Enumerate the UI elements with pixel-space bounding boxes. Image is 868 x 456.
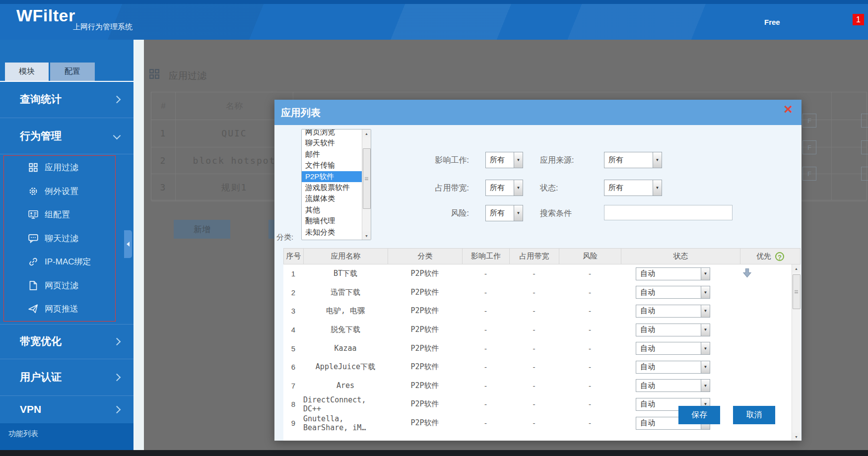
scrollbar-thumb[interactable]	[363, 148, 371, 209]
chevron-down-icon[interactable]	[653, 152, 662, 168]
table-row: 4 脱兔下载 P2P软件 - - - 自动	[283, 321, 792, 339]
category-label: 分类:	[276, 233, 300, 242]
listbox-scrollbar[interactable]	[362, 130, 371, 240]
impact-select[interactable]: 所有	[485, 152, 523, 168]
switch-box: F	[802, 167, 816, 181]
chevron-down-icon[interactable]	[514, 205, 523, 221]
sidebar-item-ip-mac-binding[interactable]: IP-MAC绑定	[4, 250, 115, 274]
status-filter-select[interactable]: 所有	[604, 180, 662, 196]
scrollbar-thumb[interactable]	[793, 274, 801, 309]
search-label: 搜索条件	[540, 208, 572, 219]
sidebar-item-chat-filter[interactable]: 聊天过滤	[4, 227, 115, 251]
edit-icon	[861, 140, 868, 154]
source-select[interactable]: 所有	[604, 152, 662, 168]
sidebar-collapse-handle[interactable]	[124, 230, 132, 258]
sidebar-item-query-stats[interactable]: 查询统计	[0, 81, 134, 118]
column-header: 应用名称	[304, 249, 388, 264]
scroll-up-icon[interactable]	[362, 130, 371, 137]
notification-badge[interactable]: 1	[853, 14, 864, 25]
scroll-down-icon[interactable]	[362, 232, 371, 240]
sidebar-item-bandwidth[interactable]: 带宽优化	[0, 324, 134, 359]
column-header: 风险	[559, 249, 621, 264]
category-option[interactable]: 游戏股票软件	[302, 182, 371, 193]
table-scrollbar[interactable]	[792, 264, 801, 441]
scroll-down-icon[interactable]	[792, 433, 801, 441]
status-select[interactable]: 自动	[636, 361, 710, 374]
sidebar-item-web-filter[interactable]: 网页过滤	[4, 274, 115, 298]
chevron-down-icon[interactable]	[701, 268, 710, 280]
chat-bubble-icon	[28, 233, 39, 243]
category-option[interactable]: 文件传输	[302, 160, 371, 171]
sidebar-item-exception-settings[interactable]: 例外设置	[4, 180, 115, 203]
chevron-right-icon	[113, 95, 121, 103]
chevron-down-icon[interactable]	[653, 180, 662, 195]
status-label: 状态:	[540, 183, 558, 194]
search-input[interactable]	[604, 205, 733, 220]
chevron-down-icon[interactable]	[701, 286, 710, 298]
table-row: 5 Kazaa P2P软件 - - - 自动	[283, 339, 792, 358]
help-icon[interactable]: ?	[775, 252, 784, 261]
sidebar-item-app-filter[interactable]: 应用过滤	[4, 156, 115, 180]
chevron-left-icon	[127, 242, 130, 247]
table-row: 6 AppleJuice下载 P2P软件 - - - 自动	[283, 358, 792, 377]
category-option[interactable]: 翻墙代理	[302, 215, 371, 226]
sidebar-item-vpn[interactable]: VPN	[0, 395, 134, 423]
sidebar-tabs: 模块 配置	[5, 63, 95, 81]
status-select[interactable]: 自动	[636, 286, 710, 299]
app-subtitle: 上网行为管理系统	[73, 22, 133, 32]
category-option[interactable]: 其他	[302, 204, 371, 215]
table-row: 1 BT下载 P2P软件 - - - 自动	[283, 264, 792, 283]
risk-select[interactable]: 所有	[485, 205, 523, 221]
category-option[interactable]: 聊天软件	[302, 137, 371, 148]
chevron-down-icon[interactable]	[514, 152, 523, 168]
status-select[interactable]: 自动	[636, 342, 710, 355]
table-header-row: 序号 应用名称 分类 影响工作 占用带宽 风险 状态 优先 ?	[283, 248, 801, 264]
category-option-selected[interactable]: P2P软件	[302, 171, 371, 182]
column-header-priority: 优先 ?	[740, 249, 800, 264]
category-option[interactable]: 流媒体类	[302, 193, 371, 204]
category-option[interactable]: 网页浏览	[302, 129, 371, 137]
app-header: WFilter 上网行为管理系统 Free 1	[0, 0, 868, 40]
status-select[interactable]: 自动	[636, 267, 710, 280]
save-button[interactable]: 保存	[678, 406, 720, 424]
chevron-down-icon[interactable]	[701, 324, 710, 336]
scroll-up-icon[interactable]	[792, 264, 801, 272]
page-title: 应用过滤	[169, 69, 206, 82]
status-select[interactable]: 自动	[636, 324, 710, 336]
table-row: 2 迅雷下载 P2P软件 - - - 自动	[283, 283, 792, 302]
tab-modules[interactable]: 模块	[5, 63, 49, 81]
sidebar-item-behavior-mgmt[interactable]: 行为管理	[0, 118, 134, 154]
chevron-down-icon	[113, 132, 121, 140]
dialog-header: 应用列表	[274, 100, 801, 125]
edit-icon	[861, 114, 868, 128]
sidebar-footer: 功能列表	[0, 423, 134, 450]
category-listbox[interactable]: 网页浏览 聊天软件 邮件 文件传输 P2P软件 游戏股票软件 流媒体类 其他 翻…	[301, 129, 371, 240]
content-gutter	[134, 40, 144, 450]
priority-down-icon[interactable]	[743, 268, 751, 279]
chevron-down-icon[interactable]	[701, 342, 710, 354]
status-select[interactable]: 自动	[636, 305, 710, 318]
bandwidth-select[interactable]: 所有	[485, 180, 523, 196]
category-option[interactable]: 未知分类	[302, 227, 371, 238]
feature-list-label: 功能列表	[8, 429, 38, 439]
chevron-down-icon[interactable]	[514, 180, 523, 195]
tab-config[interactable]: 配置	[50, 63, 95, 81]
chevron-down-icon[interactable]	[701, 361, 710, 373]
close-icon[interactable]: ×	[781, 102, 796, 117]
risk-label: 风险:	[423, 208, 469, 219]
chevron-right-icon	[113, 405, 121, 413]
sidebar: 模块 配置 查询统计 行为管理 应用过滤 例外设置 组配置 聊天过滤 IP-M	[0, 40, 134, 450]
column-header: 占用带宽	[510, 249, 559, 264]
sidebar-item-user-auth[interactable]: 用户认证	[0, 359, 134, 395]
sidebar-item-group-config[interactable]: 组配置	[4, 203, 115, 227]
edit-icon	[861, 167, 868, 181]
cancel-button[interactable]: 取消	[733, 406, 775, 424]
source-label: 应用来源:	[540, 155, 574, 166]
category-option[interactable]: 邮件	[302, 149, 371, 160]
sidebar-item-web-push[interactable]: 网页推送	[4, 297, 115, 321]
chevron-down-icon[interactable]	[701, 305, 710, 317]
application-table: 序号 应用名称 分类 影响工作 占用带宽 风险 状态 优先 ? 1 BT下载 P…	[283, 248, 801, 441]
paper-plane-icon	[28, 304, 39, 314]
chevron-down-icon[interactable]	[701, 380, 710, 391]
status-select[interactable]: 自动	[636, 379, 710, 392]
